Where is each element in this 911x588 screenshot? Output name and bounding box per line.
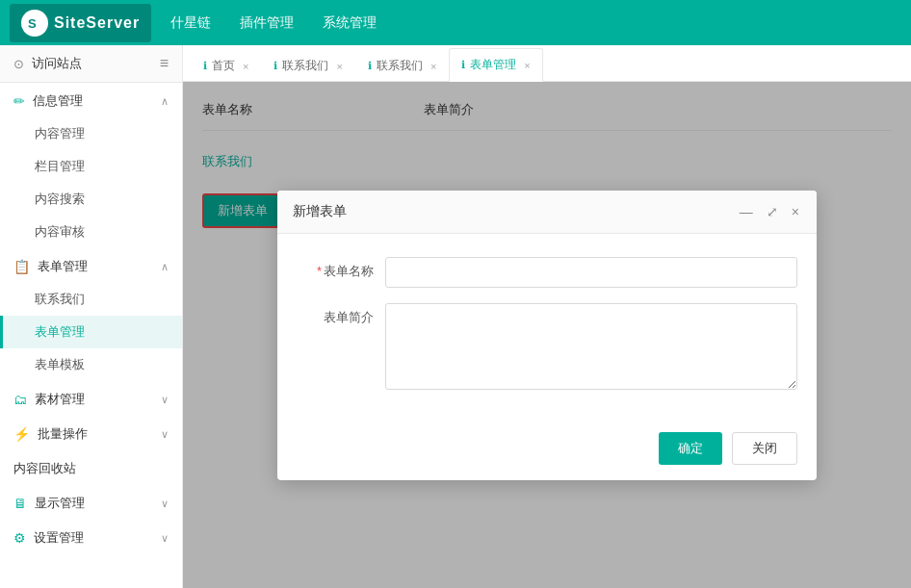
tab-contact2[interactable]: ℹ 联系我们 × <box>355 49 449 82</box>
tab-bar: ℹ 首页 × ℹ 联系我们 × ℹ 联系我们 × ℹ 表单管理 × <box>183 45 911 82</box>
tab-contact1-label: 联系我们 <box>282 58 328 74</box>
nav-item-plugins[interactable]: 插件管理 <box>240 10 294 37</box>
tab-contact2-icon: ℹ <box>368 60 372 72</box>
sidebar-item-column-mgmt[interactable]: 栏目管理 <box>0 150 182 183</box>
form-chevron-icon: ∧ <box>161 261 169 273</box>
form-desc-textarea[interactable] <box>385 303 797 390</box>
tab-contact1-icon: ℹ <box>273 60 277 72</box>
nav-item-qixinglian[interactable]: 什星链 <box>170 10 211 37</box>
sidebar-item-content-mgmt[interactable]: 内容管理 <box>0 117 182 150</box>
modal-minimize-button[interactable]: — <box>738 202 755 221</box>
display-group-label: 显示管理 <box>35 495 85 512</box>
sidebar-group-info[interactable]: ✏ 信息管理 ∧ <box>0 83 182 117</box>
modal-body: *表单名称 表单简介 <box>277 234 817 421</box>
form-row-desc: 表单简介 <box>297 303 797 390</box>
batch-group-icon: ⚡ <box>13 426 30 442</box>
form-row-name: *表单名称 <box>297 257 797 288</box>
tab-home-icon: ℹ <box>203 60 207 72</box>
top-nav: S SiteServer 什星链 插件管理 系统管理 <box>0 0 911 45</box>
logo-icon: S <box>21 10 48 37</box>
display-chevron-icon: ∨ <box>161 498 169 510</box>
sidebar-item-form-mgmt[interactable]: 表单管理 <box>0 316 182 348</box>
svg-text:S: S <box>28 16 37 31</box>
sidebar-item-content-audit[interactable]: 内容审核 <box>0 216 182 248</box>
settings-group-label: 设置管理 <box>34 529 84 547</box>
modal-overlay: 新增表单 — ⤢ × *表单名称 <box>183 82 911 588</box>
info-group-label: 信息管理 <box>33 92 83 110</box>
settings-chevron-icon: ∨ <box>161 532 169 545</box>
form-group-icon: 📋 <box>13 259 30 274</box>
display-group-icon: 🖥 <box>13 496 27 511</box>
tab-contact1[interactable]: ℹ 联系我们 × <box>261 49 354 82</box>
form-name-input[interactable] <box>385 257 797 288</box>
modal-title: 新增表单 <box>293 203 738 220</box>
modal-header: 新增表单 — ⤢ × <box>277 191 817 234</box>
sidebar-menu-icon[interactable]: ≡ <box>160 55 169 72</box>
settings-group-icon: ⚙ <box>13 530 26 546</box>
visit-site-icon: ⊙ <box>13 57 24 71</box>
tab-form-mgmt-label: 表单管理 <box>470 57 516 73</box>
sidebar-item-content-search[interactable]: 内容搜索 <box>0 183 182 216</box>
content-area: 表单名称 表单简介 联系我们 新增表单 新增表单 — <box>183 82 911 588</box>
sidebar-item-form-template[interactable]: 表单模板 <box>0 348 182 381</box>
material-group-label: 素材管理 <box>35 391 85 408</box>
tab-contact2-label: 联系我们 <box>377 58 423 74</box>
visit-site-label: 访问站点 <box>32 55 152 72</box>
main: ℹ 首页 × ℹ 联系我们 × ℹ 联系我们 × ℹ 表单管理 × <box>183 45 911 588</box>
modal-close-button[interactable]: × <box>790 202 801 221</box>
modal-controls: — ⤢ × <box>738 202 801 221</box>
nav-item-system[interactable]: 系统管理 <box>323 10 377 37</box>
layout: ⊙ 访问站点 ≡ ✏ 信息管理 ∧ 内容管理 栏目管理 内容搜索 内容审核 📋 … <box>0 45 911 588</box>
tab-contact1-close[interactable]: × <box>336 61 342 72</box>
nav-items: 什星链 插件管理 系统管理 <box>170 10 377 37</box>
sidebar-item-recycle[interactable]: 内容回收站 <box>0 450 182 485</box>
batch-group-label: 批量操作 <box>38 425 88 443</box>
sidebar-group-material[interactable]: 🗂 素材管理 ∨ <box>0 381 182 416</box>
sidebar-group-form[interactable]: 📋 表单管理 ∧ <box>0 248 182 283</box>
logo[interactable]: S SiteServer <box>10 4 151 42</box>
sidebar-group-settings[interactable]: ⚙ 设置管理 ∨ <box>0 520 182 554</box>
recycle-label: 内容回收站 <box>13 460 76 477</box>
material-group-icon: 🗂 <box>13 392 27 407</box>
tab-contact2-close[interactable]: × <box>430 61 436 72</box>
tab-home[interactable]: ℹ 首页 × <box>191 49 261 82</box>
modal-footer: 确定 关闭 <box>277 421 817 480</box>
sidebar: ⊙ 访问站点 ≡ ✏ 信息管理 ∧ 内容管理 栏目管理 内容搜索 内容审核 📋 … <box>0 45 183 588</box>
sidebar-item-contact-us[interactable]: 联系我们 <box>0 283 182 316</box>
info-chevron-icon: ∧ <box>161 95 169 108</box>
batch-chevron-icon: ∨ <box>161 428 169 441</box>
tab-form-mgmt[interactable]: ℹ 表单管理 × <box>449 48 542 82</box>
tab-home-close[interactable]: × <box>243 61 248 72</box>
modal-maximize-button[interactable]: ⤢ <box>765 202 780 221</box>
material-chevron-icon: ∨ <box>161 394 169 406</box>
modal: 新增表单 — ⤢ × *表单名称 <box>277 191 817 480</box>
logo-text: SiteServer <box>54 14 140 32</box>
sidebar-group-display[interactable]: 🖥 显示管理 ∨ <box>0 485 182 520</box>
form-desc-label: 表单简介 <box>297 303 374 326</box>
tab-form-mgmt-icon: ℹ <box>461 59 465 71</box>
required-asterisk: * <box>317 264 322 278</box>
form-group-label: 表单管理 <box>38 258 88 275</box>
sidebar-group-batch[interactable]: ⚡ 批量操作 ∨ <box>0 416 182 450</box>
tab-home-label: 首页 <box>212 58 235 74</box>
sidebar-header: ⊙ 访问站点 ≡ <box>0 45 182 83</box>
tab-form-mgmt-close[interactable]: × <box>524 60 530 71</box>
modal-confirm-button[interactable]: 确定 <box>659 432 722 465</box>
modal-cancel-button[interactable]: 关闭 <box>732 432 797 465</box>
form-name-label: *表单名称 <box>297 257 374 280</box>
info-group-icon: ✏ <box>13 93 25 109</box>
